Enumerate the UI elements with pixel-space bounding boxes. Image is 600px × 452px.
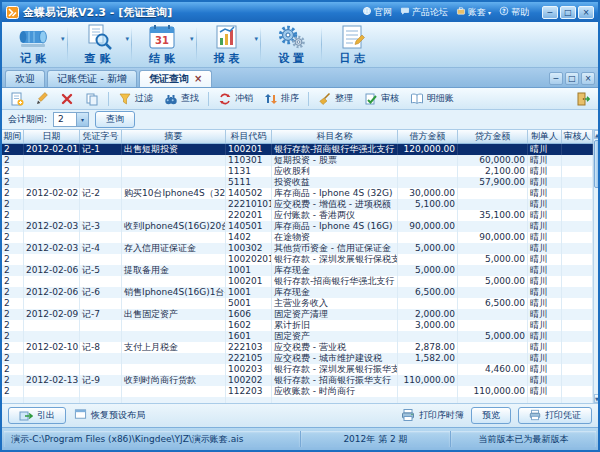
table-row[interactable]: 21131应收股利2,100.00晴川 [2, 166, 593, 177]
table-row[interactable]: 22012-02-03记-3收到Iphone4S(16G)20台140501库存… [2, 221, 593, 232]
delete-voucher-button[interactable] [55, 90, 79, 108]
bookkeeping-button[interactable]: 记 账 [5, 23, 61, 66]
column-header[interactable]: 期间 [2, 130, 24, 143]
new-voucher-button[interactable] [5, 90, 29, 108]
scrollbar-track[interactable] [594, 139, 598, 394]
table-row[interactable]: 25001主营业务收入6,500.00晴川 [2, 298, 593, 309]
export-button[interactable]: 引出 [8, 407, 66, 424]
table-row[interactable]: 2100201银行存款-招商银行华强北支行5,000.00晴川 [2, 276, 593, 287]
table-row[interactable]: 25111投资收益57,900.00晴川 [2, 177, 593, 188]
accounting-period-select[interactable]: 2 ▾ [53, 112, 89, 127]
cell-summary: 收到时尚商行货款 [122, 375, 226, 386]
column-header[interactable]: 借方金额 [398, 130, 458, 143]
table-row[interactable]: 22012-02-06记-6销售Iphone4S(16G)1台-零售个人1001… [2, 287, 593, 298]
table-row[interactable]: 22012-02-13记-9收到时尚商行货款100202银行存款 - 招商银行振… [2, 375, 593, 386]
cell-maker: 晴川 [528, 144, 562, 155]
table-row[interactable]: 210020201银行存款 - 深圳发展银行保税支行5,000.00晴川 [2, 254, 593, 265]
child-minimize-button[interactable]: ─ [549, 72, 563, 85]
child-restore-button[interactable]: □ [565, 72, 579, 85]
cell-summary [122, 364, 226, 375]
table-row[interactable]: 22012-02-06记-5提取备用金1001库存现金5,000.00晴川 [2, 265, 593, 276]
settings-button[interactable]: 设 置 [263, 23, 319, 66]
reports-button[interactable]: 报 表 [199, 23, 255, 66]
cell-auditor [562, 386, 593, 397]
table-row[interactable]: 2222105应交税费 - 城市维护建设税1,582.00晴川 [2, 353, 593, 364]
table-row[interactable]: 22012-02-09记-7出售固定资产1606固定资产清理2,000.00晴川 [2, 309, 593, 320]
copy-voucher-button[interactable] [80, 90, 104, 108]
minimize-button[interactable]: ─ [542, 6, 558, 19]
cell-summary [122, 254, 226, 265]
print-voucher-button[interactable]: 打印凭证 [518, 407, 592, 424]
table-row[interactable]: 2110301短期投资 - 股票60,000.00晴川 [2, 155, 593, 166]
exit-button[interactable] [571, 90, 595, 108]
bookkeeping-dropdown-arrow[interactable]: ▾ [61, 35, 65, 43]
column-header[interactable]: 审核人 [562, 130, 593, 143]
restore-layout-button[interactable]: 恢复预设布局 [74, 408, 145, 423]
scroll-down-button[interactable]: ▼ [594, 394, 598, 403]
check-accounts-button[interactable]: 查 账 [70, 23, 126, 66]
table-row[interactable]: 21402在途物资90,000.00晴川 [2, 232, 593, 243]
reports-dropdown-arrow[interactable]: ▾ [255, 35, 259, 43]
edit-voucher-button[interactable] [30, 90, 54, 108]
help-link[interactable]: ? 帮助 [499, 6, 529, 19]
account-set-menu[interactable]: 账套 ▾ [456, 6, 491, 19]
accounting-period-value: 2 [54, 113, 76, 126]
column-header[interactable]: 科目代码 [226, 130, 272, 143]
tab-voucher-new[interactable]: 记账凭证 - 新增 [47, 70, 137, 87]
table-row[interactable]: 21602累计折旧3,000.00晴川 [2, 320, 593, 331]
column-header[interactable]: 摘要 [122, 130, 226, 143]
cell-name: 应收账款 - 时尚商行 [272, 386, 398, 397]
closing-button[interactable]: 31 结 账 [134, 23, 190, 66]
cell-name: 应交税费 - 营业税 [272, 342, 398, 353]
column-header[interactable]: 日期 [24, 130, 80, 143]
cell-auditor [562, 342, 593, 353]
official-site-link[interactable]: 官网 [362, 6, 392, 19]
cell-period: 2 [2, 210, 24, 221]
tidy-button[interactable]: 整理 [313, 90, 358, 108]
scrollbar-thumb[interactable] [594, 140, 598, 188]
column-header[interactable]: 制单人 [528, 130, 562, 143]
chevron-down-icon[interactable]: ▾ [76, 113, 88, 126]
cell-date [24, 166, 80, 177]
table-row[interactable]: 222210101应交税费 - 增值税 - 进项税额5,100.00晴川 [2, 199, 593, 210]
close-button[interactable]: × [578, 6, 594, 19]
tab-close-icon[interactable]: × [194, 74, 202, 84]
sort-button[interactable]: 排序 [259, 90, 304, 108]
print-journal-button[interactable]: 打印序时簿 [401, 408, 464, 424]
filter-button[interactable]: 过滤 [113, 90, 158, 108]
status-bar: 演示-C:\Program Files (x86)\Kingdee\YJZ\演示… [2, 427, 598, 450]
table-row[interactable]: 2112203应收账款 - 时尚商行110,000.00晴川 [2, 386, 593, 397]
audit-button[interactable]: 审核 [359, 90, 404, 108]
logs-button[interactable]: 日 志 [324, 23, 380, 66]
detail-ledger-button[interactable]: 明细账 [405, 90, 459, 108]
column-header[interactable]: 科目名称 [272, 130, 398, 143]
column-header[interactable]: 贷方金额 [458, 130, 528, 143]
vertical-scrollbar[interactable]: ▲ ▼ [593, 130, 598, 403]
column-header[interactable]: 凭证字号 [80, 130, 122, 143]
query-button[interactable]: 查询 [95, 111, 135, 128]
preview-button[interactable]: 预览 [471, 407, 511, 424]
cell-period: 2 [2, 276, 24, 287]
tab-voucher-query[interactable]: 凭证查询 × [139, 70, 212, 87]
scroll-up-button[interactable]: ▲ [594, 130, 598, 139]
reports-chart-icon [212, 24, 242, 50]
table-row[interactable]: 2220201应付账款 - 香港两仪35,100.00晴川 [2, 210, 593, 221]
table-row[interactable]: 2100203银行存款 - 深圳发展银行振华支行4,460.00晴川 [2, 364, 593, 375]
cell-no [80, 353, 122, 364]
cell-maker: 晴川 [528, 188, 562, 199]
product-forum-link[interactable]: 产品论坛 [400, 6, 448, 19]
check-accounts-dropdown-arrow[interactable]: ▾ [126, 35, 130, 43]
maximize-button[interactable]: □ [560, 6, 576, 19]
tab-welcome[interactable]: 欢迎 [5, 70, 45, 87]
closing-dropdown-arrow[interactable]: ▾ [190, 35, 194, 43]
table-row[interactable]: 22012-02-03记-4存入信用证保证金100302其他货币资金 - 信用证… [2, 243, 593, 254]
new-document-icon [10, 92, 24, 106]
reverse-voucher-button[interactable]: 冲销 [213, 90, 258, 108]
child-close-button[interactable]: × [581, 72, 595, 85]
table-row[interactable]: 22012-02-01记-1出售短期投资100201银行存款-招商银行华强北支行… [2, 144, 593, 155]
cell-maker: 晴川 [528, 199, 562, 210]
table-row[interactable]: 22012-02-02记-2购买10台Iphone4S（32G）140502库存… [2, 188, 593, 199]
table-row[interactable]: 21601固定资产5,000.00晴川 [2, 331, 593, 342]
table-row[interactable]: 22012-02-10记-8支付上月税金222103应交税费 - 营业税2,87… [2, 342, 593, 353]
find-button[interactable]: 查找 [159, 90, 204, 108]
